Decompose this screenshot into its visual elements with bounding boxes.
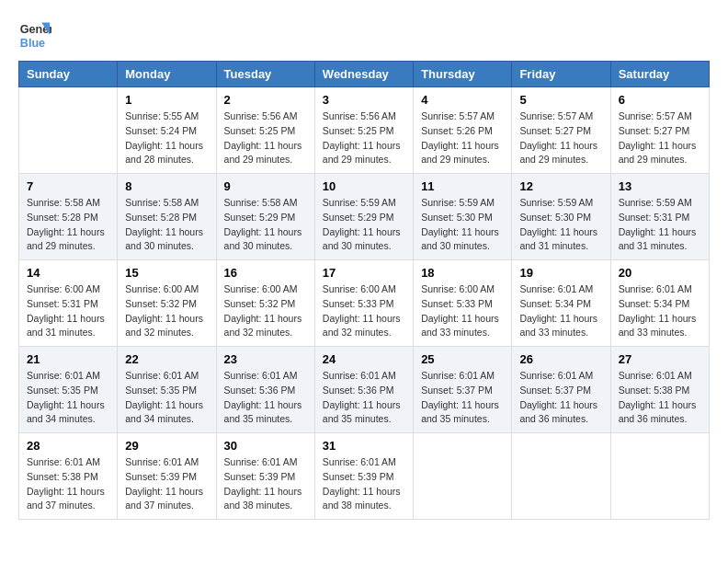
day-info: Sunrise: 6:00 AMSunset: 5:33 PMDaylight:… [323,282,405,340]
day-info: Sunrise: 5:59 AMSunset: 5:30 PMDaylight:… [421,196,504,254]
week-row-3: 14Sunrise: 6:00 AMSunset: 5:31 PMDayligh… [19,260,710,347]
day-info: Sunrise: 5:58 AMSunset: 5:28 PMDaylight:… [27,196,109,254]
day-number: 13 [619,179,701,193]
day-info: Sunrise: 6:01 AMSunset: 5:38 PMDaylight:… [619,369,701,427]
day-number: 18 [421,266,504,280]
day-info: Sunrise: 6:01 AMSunset: 5:36 PMDaylight:… [224,369,307,427]
calendar-cell: 6Sunrise: 5:57 AMSunset: 5:27 PMDaylight… [610,87,709,174]
day-info: Sunrise: 6:01 AMSunset: 5:35 PMDaylight:… [27,369,109,427]
col-header-thursday: Thursday [414,62,512,87]
day-number: 2 [224,93,307,107]
calendar-cell: 19Sunrise: 6:01 AMSunset: 5:34 PMDayligh… [512,260,610,347]
day-info: Sunrise: 6:01 AMSunset: 5:37 PMDaylight:… [519,369,602,427]
day-number: 22 [125,352,208,366]
page-header: General Blue [18,18,710,52]
day-info: Sunrise: 6:01 AMSunset: 5:39 PMDaylight:… [125,455,208,513]
col-header-sunday: Sunday [19,62,118,87]
day-info: Sunrise: 5:57 AMSunset: 5:26 PMDaylight:… [421,109,504,167]
logo-icon: General Blue [18,18,51,52]
day-info: Sunrise: 6:00 AMSunset: 5:32 PMDaylight:… [224,282,307,340]
day-number: 21 [27,352,109,366]
day-info: Sunrise: 5:57 AMSunset: 5:27 PMDaylight:… [519,109,602,167]
day-info: Sunrise: 5:56 AMSunset: 5:25 PMDaylight:… [224,109,307,167]
calendar-cell: 11Sunrise: 5:59 AMSunset: 5:30 PMDayligh… [414,174,512,260]
day-info: Sunrise: 6:01 AMSunset: 5:34 PMDaylight:… [519,282,602,340]
calendar-cell: 30Sunrise: 6:01 AMSunset: 5:39 PMDayligh… [216,433,314,520]
calendar-cell: 16Sunrise: 6:00 AMSunset: 5:32 PMDayligh… [216,260,314,347]
day-info: Sunrise: 6:01 AMSunset: 5:35 PMDaylight:… [125,369,208,427]
calendar-cell: 8Sunrise: 5:58 AMSunset: 5:28 PMDaylight… [118,174,216,260]
calendar-table: SundayMondayTuesdayWednesdayThursdayFrid… [18,61,710,520]
calendar-cell: 9Sunrise: 5:58 AMSunset: 5:29 PMDaylight… [216,174,314,260]
day-info: Sunrise: 5:59 AMSunset: 5:31 PMDaylight:… [619,196,701,254]
day-info: Sunrise: 6:00 AMSunset: 5:33 PMDaylight:… [421,282,504,340]
day-info: Sunrise: 6:01 AMSunset: 5:34 PMDaylight:… [619,282,701,340]
day-number: 28 [27,439,109,453]
calendar-cell: 25Sunrise: 6:01 AMSunset: 5:37 PMDayligh… [414,347,512,433]
calendar-cell: 14Sunrise: 6:00 AMSunset: 5:31 PMDayligh… [19,260,118,347]
day-number: 26 [519,352,602,366]
day-number: 24 [323,352,405,366]
calendar-cell: 5Sunrise: 5:57 AMSunset: 5:27 PMDaylight… [512,87,610,174]
day-number: 10 [323,179,405,193]
day-number: 20 [619,266,701,280]
day-number: 23 [224,352,307,366]
day-info: Sunrise: 6:01 AMSunset: 5:39 PMDaylight:… [224,455,307,513]
calendar-cell: 4Sunrise: 5:57 AMSunset: 5:26 PMDaylight… [414,87,512,174]
header-row: SundayMondayTuesdayWednesdayThursdayFrid… [19,62,710,87]
calendar-cell [19,87,118,174]
week-row-1: 1Sunrise: 5:55 AMSunset: 5:24 PMDaylight… [19,87,710,174]
day-info: Sunrise: 5:58 AMSunset: 5:29 PMDaylight:… [224,196,307,254]
day-number: 12 [519,179,602,193]
calendar-cell: 3Sunrise: 5:56 AMSunset: 5:25 PMDaylight… [314,87,413,174]
col-header-saturday: Saturday [610,62,709,87]
logo: General Blue [18,18,55,52]
day-number: 7 [27,179,109,193]
day-info: Sunrise: 6:01 AMSunset: 5:39 PMDaylight:… [323,455,405,513]
calendar-cell: 29Sunrise: 6:01 AMSunset: 5:39 PMDayligh… [118,433,216,520]
calendar-cell: 27Sunrise: 6:01 AMSunset: 5:38 PMDayligh… [610,347,709,433]
calendar-cell [512,433,610,520]
calendar-cell: 28Sunrise: 6:01 AMSunset: 5:38 PMDayligh… [19,433,118,520]
calendar-cell: 21Sunrise: 6:01 AMSunset: 5:35 PMDayligh… [19,347,118,433]
calendar-cell: 18Sunrise: 6:00 AMSunset: 5:33 PMDayligh… [414,260,512,347]
day-number: 5 [519,93,602,107]
day-info: Sunrise: 5:59 AMSunset: 5:30 PMDaylight:… [519,196,602,254]
day-number: 3 [323,93,405,107]
day-number: 4 [421,93,504,107]
calendar-cell: 1Sunrise: 5:55 AMSunset: 5:24 PMDaylight… [118,87,216,174]
day-number: 1 [125,93,208,107]
day-info: Sunrise: 6:01 AMSunset: 5:38 PMDaylight:… [27,455,109,513]
calendar-cell: 23Sunrise: 6:01 AMSunset: 5:36 PMDayligh… [216,347,314,433]
day-number: 27 [619,352,701,366]
day-number: 19 [519,266,602,280]
calendar-cell: 15Sunrise: 6:00 AMSunset: 5:32 PMDayligh… [118,260,216,347]
day-number: 9 [224,179,307,193]
day-info: Sunrise: 6:00 AMSunset: 5:32 PMDaylight:… [125,282,208,340]
week-row-5: 28Sunrise: 6:01 AMSunset: 5:38 PMDayligh… [19,433,710,520]
calendar-cell [414,433,512,520]
calendar-cell: 26Sunrise: 6:01 AMSunset: 5:37 PMDayligh… [512,347,610,433]
calendar-cell: 7Sunrise: 5:58 AMSunset: 5:28 PMDaylight… [19,174,118,260]
col-header-tuesday: Tuesday [216,62,314,87]
day-number: 11 [421,179,504,193]
day-info: Sunrise: 5:55 AMSunset: 5:24 PMDaylight:… [125,109,208,167]
day-number: 16 [224,266,307,280]
calendar-cell [610,433,709,520]
calendar-cell: 24Sunrise: 6:01 AMSunset: 5:36 PMDayligh… [314,347,413,433]
day-info: Sunrise: 5:56 AMSunset: 5:25 PMDaylight:… [323,109,405,167]
day-number: 8 [125,179,208,193]
day-info: Sunrise: 5:59 AMSunset: 5:29 PMDaylight:… [323,196,405,254]
day-number: 6 [619,93,701,107]
col-header-friday: Friday [512,62,610,87]
day-info: Sunrise: 5:57 AMSunset: 5:27 PMDaylight:… [619,109,701,167]
day-info: Sunrise: 5:58 AMSunset: 5:28 PMDaylight:… [125,196,208,254]
week-row-2: 7Sunrise: 5:58 AMSunset: 5:28 PMDaylight… [19,174,710,260]
day-number: 31 [323,439,405,453]
day-info: Sunrise: 6:00 AMSunset: 5:31 PMDaylight:… [27,282,109,340]
col-header-wednesday: Wednesday [314,62,413,87]
col-header-monday: Monday [118,62,216,87]
svg-text:Blue: Blue [20,37,45,50]
week-row-4: 21Sunrise: 6:01 AMSunset: 5:35 PMDayligh… [19,347,710,433]
day-number: 17 [323,266,405,280]
